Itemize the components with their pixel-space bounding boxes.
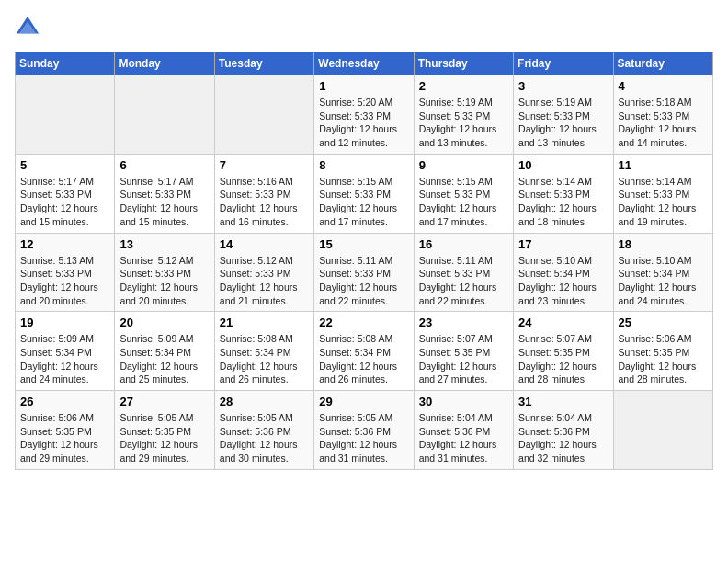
day-of-week-header: Saturday	[613, 52, 712, 75]
calendar-cell: 2Sunrise: 5:19 AM Sunset: 5:33 PM Daylig…	[414, 75, 513, 155]
calendar-cell	[115, 75, 214, 155]
day-info: Sunrise: 5:17 AM Sunset: 5:33 PM Dayligh…	[20, 175, 109, 229]
calendar-cell: 12Sunrise: 5:13 AM Sunset: 5:33 PM Dayli…	[16, 233, 115, 312]
calendar-cell: 26Sunrise: 5:06 AM Sunset: 5:35 PM Dayli…	[16, 391, 115, 470]
day-info: Sunrise: 5:16 AM Sunset: 5:33 PM Dayligh…	[220, 175, 309, 229]
calendar-cell: 3Sunrise: 5:19 AM Sunset: 5:33 PM Daylig…	[514, 75, 613, 155]
day-number: 2	[419, 79, 508, 93]
day-number: 15	[319, 237, 408, 251]
day-info: Sunrise: 5:07 AM Sunset: 5:35 PM Dayligh…	[518, 332, 608, 386]
day-number: 30	[419, 395, 508, 408]
day-number: 3	[518, 79, 608, 93]
calendar-cell: 4Sunrise: 5:18 AM Sunset: 5:33 PM Daylig…	[613, 75, 712, 155]
calendar-cell	[214, 75, 313, 155]
day-number: 27	[119, 395, 209, 408]
day-info: Sunrise: 5:11 AM Sunset: 5:33 PM Dayligh…	[419, 254, 508, 308]
calendar-cell: 24Sunrise: 5:07 AM Sunset: 5:35 PM Dayli…	[514, 312, 613, 391]
day-number: 20	[119, 316, 209, 329]
day-number: 22	[319, 316, 408, 329]
day-of-week-header: Monday	[115, 52, 214, 75]
calendar-week-row: 1Sunrise: 5:20 AM Sunset: 5:33 PM Daylig…	[16, 75, 713, 155]
day-number: 14	[220, 237, 309, 251]
day-info: Sunrise: 5:09 AM Sunset: 5:34 PM Dayligh…	[20, 332, 109, 386]
day-of-week-header: Tuesday	[214, 52, 313, 75]
calendar-cell: 8Sunrise: 5:15 AM Sunset: 5:33 PM Daylig…	[314, 154, 414, 233]
day-info: Sunrise: 5:05 AM Sunset: 5:36 PM Dayligh…	[220, 411, 309, 465]
calendar-week-row: 19Sunrise: 5:09 AM Sunset: 5:34 PM Dayli…	[16, 312, 713, 391]
calendar-cell: 7Sunrise: 5:16 AM Sunset: 5:33 PM Daylig…	[214, 154, 313, 233]
day-number: 17	[518, 237, 608, 251]
day-info: Sunrise: 5:11 AM Sunset: 5:33 PM Dayligh…	[319, 254, 408, 308]
calendar-cell: 6Sunrise: 5:17 AM Sunset: 5:33 PM Daylig…	[115, 154, 214, 233]
day-info: Sunrise: 5:09 AM Sunset: 5:34 PM Dayligh…	[119, 332, 209, 386]
day-info: Sunrise: 5:17 AM Sunset: 5:33 PM Dayligh…	[119, 175, 209, 229]
logo	[15, 15, 44, 40]
calendar-cell: 19Sunrise: 5:09 AM Sunset: 5:34 PM Dayli…	[16, 312, 115, 391]
day-info: Sunrise: 5:20 AM Sunset: 5:33 PM Dayligh…	[319, 96, 408, 150]
calendar-cell: 25Sunrise: 5:06 AM Sunset: 5:35 PM Dayli…	[613, 312, 712, 391]
calendar-cell: 10Sunrise: 5:14 AM Sunset: 5:33 PM Dayli…	[514, 154, 613, 233]
calendar-cell: 28Sunrise: 5:05 AM Sunset: 5:36 PM Dayli…	[214, 391, 313, 470]
day-number: 12	[20, 237, 109, 251]
day-info: Sunrise: 5:04 AM Sunset: 5:36 PM Dayligh…	[518, 411, 608, 465]
day-number: 11	[619, 158, 708, 172]
day-number: 24	[518, 316, 608, 329]
day-info: Sunrise: 5:15 AM Sunset: 5:33 PM Dayligh…	[319, 175, 408, 229]
day-info: Sunrise: 5:14 AM Sunset: 5:33 PM Dayligh…	[518, 175, 608, 229]
day-info: Sunrise: 5:05 AM Sunset: 5:35 PM Dayligh…	[119, 411, 209, 465]
day-info: Sunrise: 5:08 AM Sunset: 5:34 PM Dayligh…	[220, 332, 309, 386]
day-info: Sunrise: 5:15 AM Sunset: 5:33 PM Dayligh…	[419, 175, 508, 229]
day-of-week-header: Sunday	[16, 52, 115, 75]
calendar-cell: 18Sunrise: 5:10 AM Sunset: 5:34 PM Dayli…	[613, 233, 712, 312]
day-number: 9	[419, 158, 508, 172]
day-number: 29	[319, 395, 408, 408]
day-number: 7	[220, 158, 309, 172]
calendar-cell	[16, 75, 115, 155]
day-number: 21	[220, 316, 309, 329]
calendar-cell: 17Sunrise: 5:10 AM Sunset: 5:34 PM Dayli…	[514, 233, 613, 312]
day-info: Sunrise: 5:10 AM Sunset: 5:34 PM Dayligh…	[619, 254, 708, 308]
calendar-cell: 23Sunrise: 5:07 AM Sunset: 5:35 PM Dayli…	[414, 312, 513, 391]
day-of-week-header: Thursday	[414, 52, 513, 75]
calendar-header-row: SundayMondayTuesdayWednesdayThursdayFrid…	[16, 52, 713, 75]
day-number: 8	[319, 158, 408, 172]
day-info: Sunrise: 5:14 AM Sunset: 5:33 PM Dayligh…	[619, 175, 708, 229]
day-info: Sunrise: 5:05 AM Sunset: 5:36 PM Dayligh…	[319, 411, 408, 465]
calendar-cell: 29Sunrise: 5:05 AM Sunset: 5:36 PM Dayli…	[314, 391, 414, 470]
day-info: Sunrise: 5:13 AM Sunset: 5:33 PM Dayligh…	[20, 254, 109, 308]
calendar-cell: 5Sunrise: 5:17 AM Sunset: 5:33 PM Daylig…	[16, 154, 115, 233]
day-of-week-header: Wednesday	[314, 52, 414, 75]
day-info: Sunrise: 5:18 AM Sunset: 5:33 PM Dayligh…	[619, 96, 708, 150]
day-number: 18	[619, 237, 708, 251]
calendar-week-row: 26Sunrise: 5:06 AM Sunset: 5:35 PM Dayli…	[16, 391, 713, 470]
day-info: Sunrise: 5:06 AM Sunset: 5:35 PM Dayligh…	[20, 411, 109, 465]
calendar-cell: 14Sunrise: 5:12 AM Sunset: 5:33 PM Dayli…	[214, 233, 313, 312]
day-info: Sunrise: 5:10 AM Sunset: 5:34 PM Dayligh…	[518, 254, 608, 308]
calendar-cell: 22Sunrise: 5:08 AM Sunset: 5:34 PM Dayli…	[314, 312, 414, 391]
calendar-cell: 21Sunrise: 5:08 AM Sunset: 5:34 PM Dayli…	[214, 312, 313, 391]
calendar-cell: 27Sunrise: 5:05 AM Sunset: 5:35 PM Dayli…	[115, 391, 214, 470]
calendar-cell	[613, 391, 712, 470]
day-number: 16	[419, 237, 508, 251]
calendar-cell: 16Sunrise: 5:11 AM Sunset: 5:33 PM Dayli…	[414, 233, 513, 312]
calendar-table: SundayMondayTuesdayWednesdayThursdayFrid…	[15, 52, 713, 470]
page-header	[15, 15, 713, 40]
day-info: Sunrise: 5:19 AM Sunset: 5:33 PM Dayligh…	[518, 96, 608, 150]
calendar-cell: 9Sunrise: 5:15 AM Sunset: 5:33 PM Daylig…	[414, 154, 513, 233]
day-number: 13	[119, 237, 209, 251]
day-info: Sunrise: 5:12 AM Sunset: 5:33 PM Dayligh…	[119, 254, 209, 308]
day-info: Sunrise: 5:04 AM Sunset: 5:36 PM Dayligh…	[419, 411, 508, 465]
day-info: Sunrise: 5:12 AM Sunset: 5:33 PM Dayligh…	[220, 254, 309, 308]
day-number: 31	[518, 395, 608, 408]
day-number: 26	[20, 395, 109, 408]
day-info: Sunrise: 5:06 AM Sunset: 5:35 PM Dayligh…	[619, 332, 708, 386]
day-info: Sunrise: 5:19 AM Sunset: 5:33 PM Dayligh…	[419, 96, 508, 150]
calendar-week-row: 5Sunrise: 5:17 AM Sunset: 5:33 PM Daylig…	[16, 154, 713, 233]
day-of-week-header: Friday	[514, 52, 613, 75]
day-number: 25	[619, 316, 708, 329]
day-number: 23	[419, 316, 508, 329]
calendar-cell: 30Sunrise: 5:04 AM Sunset: 5:36 PM Dayli…	[414, 391, 513, 470]
day-number: 4	[619, 79, 708, 93]
day-number: 28	[220, 395, 309, 408]
logo-icon	[15, 15, 40, 40]
